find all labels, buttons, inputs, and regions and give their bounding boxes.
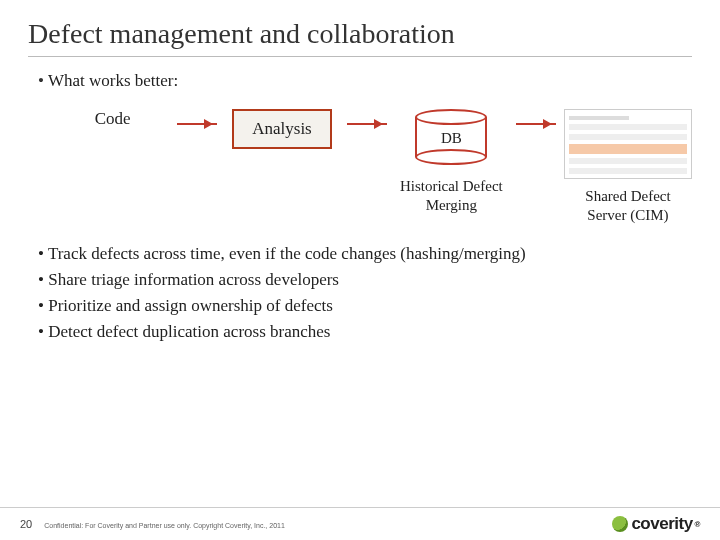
list-item: Share triage information across develope… — [38, 269, 692, 291]
flow-db: DB Historical Defect Merging — [395, 109, 508, 215]
server-screenshot-thumb — [564, 109, 692, 179]
logo-text: coverity — [631, 514, 692, 534]
list-item: Detect defect duplication across branche… — [38, 321, 692, 343]
page-title: Defect management and collaboration — [28, 18, 692, 57]
db-label: DB — [441, 130, 462, 147]
confidential-text: Confidential: For Coverity and Partner u… — [44, 522, 285, 529]
lead-bullet: What works better: — [38, 71, 692, 91]
flow-code: Code — [56, 109, 169, 129]
arrow-icon — [347, 123, 387, 125]
flow-server: Shared Defect Server (CIM) — [564, 109, 692, 225]
page-number: 20 — [20, 518, 32, 530]
database-icon: DB — [415, 109, 487, 165]
footer-left: 20 Confidential: For Coverity and Partne… — [20, 518, 285, 530]
arrow-icon — [516, 123, 556, 125]
code-label: Code — [95, 109, 131, 129]
flow-diagram: Code Analysis DB Historical Defect Mergi… — [56, 109, 692, 225]
server-caption: Shared Defect Server (CIM) — [564, 187, 692, 225]
logo-tm: ® — [695, 520, 700, 529]
list-item: Track defects across time, even if the c… — [38, 243, 692, 265]
flow-analysis: Analysis — [225, 109, 338, 149]
list-item: Prioritize and assign ownership of defec… — [38, 295, 692, 317]
db-caption: Historical Defect Merging — [395, 177, 508, 215]
bullet-list: Track defects across time, even if the c… — [38, 243, 692, 343]
arrow-icon — [177, 123, 217, 125]
logo-mark-icon — [612, 516, 628, 532]
coverity-logo: coverity ® — [612, 514, 700, 534]
analysis-box: Analysis — [232, 109, 332, 149]
slide: Defect management and collaboration What… — [0, 0, 720, 540]
footer: 20 Confidential: For Coverity and Partne… — [0, 507, 720, 540]
